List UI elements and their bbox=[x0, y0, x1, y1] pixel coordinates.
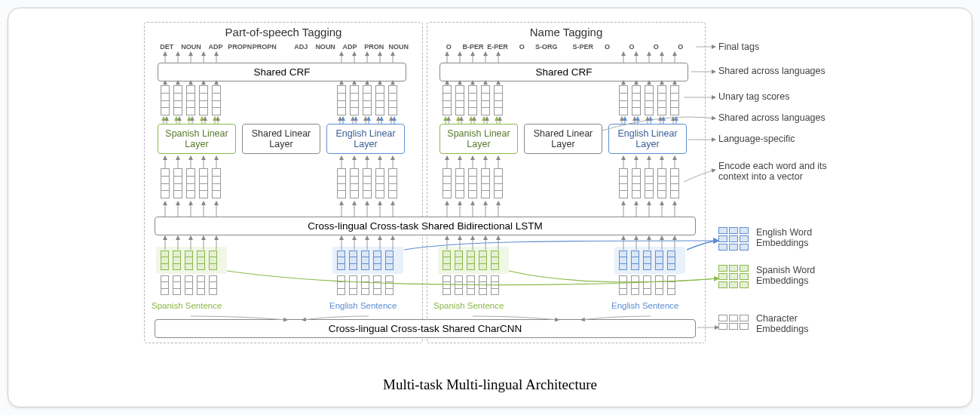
side-eng-embed: English Word Embeddings bbox=[756, 227, 831, 248]
pos-linear-english: English Linear Layer bbox=[326, 124, 405, 154]
ner-linear-shared: Shared Linear Layer bbox=[524, 124, 602, 154]
tag: O bbox=[510, 43, 534, 51]
ner-title: Name Tagging bbox=[427, 26, 705, 38]
tag: O bbox=[620, 43, 644, 51]
pos-enc-sp bbox=[161, 168, 221, 198]
pos-sp-sent-lbl: Spanish Sentence bbox=[152, 301, 222, 310]
ner-enc-en bbox=[619, 168, 679, 198]
pos-en-wordemb bbox=[337, 251, 394, 270]
ner-sp-sent-lbl: Spanish Sentence bbox=[433, 301, 504, 310]
frame: Part-of-speech Tagging Name Tagging Cros… bbox=[8, 8, 972, 407]
side-shared2: Shared across languages bbox=[718, 112, 825, 123]
caption: Multi-task Multi-lingual Architecture bbox=[8, 377, 972, 393]
side-unary: Unary tag scores bbox=[718, 91, 789, 102]
pos-crf: Shared CRF bbox=[158, 63, 406, 81]
tag: B-PER bbox=[461, 43, 485, 51]
tag: DET bbox=[155, 43, 179, 51]
tag: S-ORG bbox=[534, 43, 559, 51]
ner-en-charemb bbox=[619, 275, 675, 295]
pos-linear-shared: Shared Linear Layer bbox=[242, 124, 320, 154]
ner-unary-sp bbox=[443, 85, 503, 115]
tag: PROPN bbox=[253, 43, 277, 51]
tag: ADP bbox=[204, 43, 228, 51]
ner-crf: Shared CRF bbox=[439, 63, 688, 81]
tag: S-PER bbox=[571, 43, 595, 51]
side-char-embed: Character Embeddings bbox=[756, 313, 831, 334]
side-shared1: Shared across languages bbox=[718, 66, 825, 76]
tag: O bbox=[436, 43, 461, 51]
ner-linear-english: English Linear Layer bbox=[608, 124, 687, 154]
pos-title: Part-of-speech Tagging bbox=[145, 26, 422, 38]
legend-eng-embed-chip bbox=[718, 227, 749, 251]
ner-linear-spanish: Spanish Linear Layer bbox=[439, 124, 518, 154]
ner-tag-row: O B-PER E-PER O S-ORG S-PER O O O O bbox=[436, 43, 693, 51]
pos-unary-sp bbox=[161, 85, 221, 115]
pos-unary-en bbox=[337, 85, 397, 115]
pos-tag-row: DET NOUN ADP PROPN PROPN ADJ NOUN ADP PR… bbox=[155, 43, 411, 51]
ner-en-wordemb bbox=[619, 251, 675, 270]
pos-linear-spanish: Spanish Linear Layer bbox=[158, 124, 236, 154]
ner-sp-charemb bbox=[443, 275, 499, 295]
side-spa-embed: Spanish Word Embeddings bbox=[756, 265, 831, 286]
side-lang-spec: Language-specific bbox=[718, 134, 795, 144]
pos-sp-charemb bbox=[161, 275, 217, 295]
ner-en-sent-lbl: English Sentence bbox=[611, 301, 679, 310]
tag: O bbox=[644, 43, 668, 51]
tag: ADJ bbox=[289, 43, 313, 51]
ner-sp-wordemb bbox=[443, 251, 499, 270]
tag: NOUN bbox=[313, 43, 337, 51]
tag: PROPN bbox=[228, 43, 252, 51]
legend-char-embed-chip bbox=[718, 315, 749, 330]
diagram-area: Part-of-speech Tagging Name Tagging Cros… bbox=[136, 22, 838, 361]
legend-spa-embed-chip bbox=[718, 265, 749, 288]
charcnn-layer: Cross-lingual Cross-task Shared CharCNN bbox=[155, 319, 696, 338]
ner-unary-en bbox=[619, 85, 679, 115]
tag: O bbox=[669, 43, 693, 51]
tag: E-PER bbox=[485, 43, 510, 51]
tag: ADP bbox=[338, 43, 362, 51]
tag: PRON bbox=[362, 43, 386, 51]
pos-enc-en bbox=[337, 168, 397, 198]
ner-enc-sp bbox=[443, 168, 503, 198]
side-encode: Encode each word and its context into a … bbox=[718, 161, 831, 182]
lstm-layer: Cross-lingual Cross-task Shared Bidirect… bbox=[155, 217, 696, 235]
tag: NOUN bbox=[179, 43, 203, 51]
tag: O bbox=[595, 43, 619, 51]
side-final-tags: Final tags bbox=[718, 42, 759, 52]
pos-sp-wordemb bbox=[161, 251, 217, 270]
pos-en-sent-lbl: English Sentence bbox=[329, 301, 397, 310]
tag: NOUN bbox=[387, 43, 411, 51]
pos-en-charemb bbox=[337, 275, 394, 295]
